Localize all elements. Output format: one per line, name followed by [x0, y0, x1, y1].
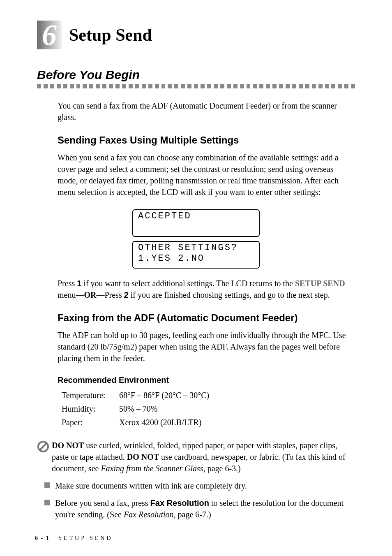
warning-text: DO NOT use curled, wrinkled, folded, rip… — [52, 440, 355, 474]
env-paper-value: Xerox 4200 (20LB/LTR) — [119, 418, 201, 427]
key-1: 1 — [77, 279, 81, 288]
bullet-fax-resolution: Before you send a fax, press Fax Resolut… — [44, 497, 355, 520]
subsection-multiple-settings-text: When you send a fax you can choose any c… — [58, 152, 355, 198]
bullet-ink-text: Make sure documents written with ink are… — [55, 480, 247, 491]
subsection-adf-title: Faxing from the ADF (Automatic Document … — [58, 312, 355, 324]
env-temp-value: 68°F – 86°F (20°C – 30°C) — [119, 391, 209, 400]
lcd-display-group: ACCEPTED OTHER SETTINGS? 1.YES 2.NO — [37, 209, 355, 269]
bullet-icon — [44, 482, 50, 488]
env-humidity-row: Humidity: 50% – 70% — [62, 404, 355, 414]
bullet-ink-dry: Make sure documents written with ink are… — [44, 480, 355, 491]
footer-section-name: SETUP SEND — [58, 535, 113, 541]
chapter-number: 6 — [42, 20, 57, 50]
subsection-adf-text: The ADF can hold up to 30 pages, feeding… — [58, 329, 355, 364]
section-title: Before You Begin — [37, 68, 355, 82]
fax-resolution-key: Fax Resolution — [150, 498, 209, 507]
env-humidity-label: Humidity: — [62, 404, 119, 414]
subsection-multiple-settings-title: Sending Faxes Using Multiple Settings — [58, 134, 355, 146]
env-temperature-row: Temperature: 68°F – 86°F (20°C – 30°C) — [62, 391, 355, 400]
lcd-accepted: ACCEPTED — [132, 209, 260, 237]
environment-table: Temperature: 68°F – 86°F (20°C – 30°C) H… — [62, 391, 355, 427]
section-divider — [37, 84, 355, 88]
lcd-other-line2: 1.YES 2.NO — [138, 253, 254, 264]
bullet-fax-text: Before you send a fax, press Fax Resolut… — [55, 497, 355, 520]
lcd-other-line1: OTHER SETTINGS? — [138, 243, 254, 253]
chapter-header: 6 Setup Send — [37, 21, 355, 49]
env-paper-row: Paper: Xerox 4200 (20LB/LTR) — [62, 418, 355, 427]
chapter-number-box: 6 — [37, 21, 62, 49]
footer-page-number: 6 - 1 — [35, 535, 50, 541]
env-temp-label: Temperature: — [62, 391, 119, 400]
prohibition-icon — [37, 440, 49, 474]
chapter-title: Setup Send — [69, 25, 152, 45]
recommended-environment-title: Recommended Environment — [58, 375, 355, 385]
warning-block: DO NOT use curled, wrinkled, folded, rip… — [37, 440, 355, 474]
lcd-accepted-text: ACCEPTED — [138, 211, 254, 222]
section-intro: You can send a fax from the ADF (Automat… — [58, 100, 355, 123]
page-footer: 6 - 1 SETUP SEND — [35, 535, 113, 542]
crossref-fax-resolution: Fax Resolution — [124, 510, 174, 519]
env-paper-label: Paper: — [62, 418, 119, 427]
lcd-other-settings: OTHER SETTINGS? 1.YES 2.NO — [132, 241, 260, 269]
setup-send-menu: SETUP SEND — [295, 279, 345, 288]
bullet-icon — [44, 500, 50, 505]
press-instructions: Press 1 if you want to select additional… — [58, 278, 355, 301]
crossref-scanner-glass: Faxing from the Scanner Glass — [101, 464, 203, 473]
key-2: 2 — [124, 290, 129, 299]
svg-line-1 — [39, 443, 47, 450]
env-humidity-value: 50% – 70% — [119, 404, 157, 414]
